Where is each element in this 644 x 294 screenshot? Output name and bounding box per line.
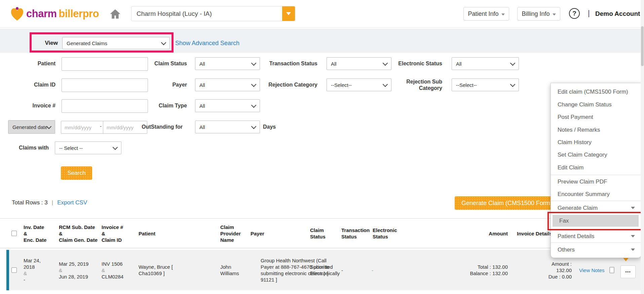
view-notes-link[interactable]: View Notes bbox=[579, 267, 605, 273]
patient-input-wrap bbox=[62, 57, 141, 70]
patient-filter-label: Patient bbox=[13, 57, 55, 70]
chevron-down-icon bbox=[251, 60, 257, 66]
chevron-down-icon bbox=[251, 124, 257, 129]
cell-rcm-claimgen-date: Mar 25, 2019 & Jun 28, 2019 bbox=[59, 261, 101, 280]
menu-item-post-payment[interactable]: Post Payment bbox=[551, 111, 641, 123]
claim-status-label: Claim Status bbox=[141, 57, 187, 70]
claims-with-select[interactable]: -- Select -- bbox=[55, 141, 121, 154]
cell-invoice-details: Amount : 132.00 Due : 0.00 bbox=[525, 261, 572, 280]
rejection-category-select[interactable]: --Select-- bbox=[327, 78, 391, 91]
invoice-number-label-text: Invoice # bbox=[33, 102, 55, 109]
chevron-down-icon bbox=[46, 124, 52, 129]
electronic-status-select[interactable]: All bbox=[452, 57, 519, 70]
claim-id-input-wrap bbox=[62, 78, 141, 91]
chevron-down-icon bbox=[510, 60, 516, 66]
home-icon[interactable] bbox=[109, 8, 121, 20]
electronic-status-value: All bbox=[456, 61, 511, 67]
menu-item-label: Post Payment bbox=[558, 114, 593, 121]
chevron-down-icon bbox=[251, 81, 257, 87]
rejection-sub-category-value: --Select-- bbox=[456, 82, 511, 88]
cell-electronic-status[interactable]: - bbox=[372, 267, 385, 273]
rejection-sub-category-select[interactable]: --Select-- bbox=[452, 78, 519, 91]
chevron-down-icon bbox=[383, 60, 388, 66]
cell-invoice-claimid: INV 1506 & CLM0284 bbox=[102, 261, 135, 280]
menu-item-preview-claim-pdf[interactable]: Preview Claim PDF bbox=[551, 175, 641, 188]
row-checkbox[interactable] bbox=[11, 267, 17, 273]
more-dots: ••• bbox=[625, 269, 631, 274]
date-type-value: Generated date bbox=[12, 124, 47, 130]
select-all-checkbox[interactable] bbox=[11, 231, 17, 236]
row-actions-menu: Edit claim (CMS1500 Form) Change Claim S… bbox=[551, 83, 641, 258]
menu-item-claim-history[interactable]: Claim History bbox=[551, 136, 641, 149]
show-advanced-search-link[interactable]: Show Advanced Search bbox=[175, 40, 239, 47]
results-divider: | bbox=[52, 199, 53, 206]
practice-dropdown-button[interactable] bbox=[282, 6, 295, 21]
col-claim-status: Claim Status bbox=[310, 227, 337, 240]
menu-item-encounter-summary[interactable]: Encounter Summary bbox=[551, 188, 641, 200]
rejection-category-value: --Select-- bbox=[331, 82, 383, 88]
help-glyph: ? bbox=[572, 10, 576, 17]
rejection-category-label: Rejection Category bbox=[265, 75, 317, 94]
invoice-number-input[interactable] bbox=[62, 99, 148, 113]
payer-label-text: Payer bbox=[172, 81, 187, 88]
amp-separator: & bbox=[59, 267, 101, 273]
claim-type-select[interactable]: All bbox=[195, 99, 260, 112]
row-actions-caret-icon[interactable] bbox=[623, 258, 629, 261]
outstanding-for-value: All bbox=[199, 124, 252, 130]
amp-separator: & bbox=[102, 267, 135, 273]
menu-divider bbox=[551, 201, 641, 201]
col-patient: Patient bbox=[139, 230, 179, 236]
claim-id-input[interactable] bbox=[62, 78, 148, 92]
patient-input[interactable] bbox=[62, 57, 148, 71]
date-from-input[interactable] bbox=[61, 121, 105, 134]
menu-item-patient-details[interactable]: Patient Details bbox=[551, 230, 641, 242]
practice-selector[interactable]: Charm Hospital (Lucy - IA) bbox=[131, 6, 295, 21]
total-rows-text: Total Rows : 3 bbox=[12, 199, 48, 206]
patient-info-button[interactable]: Patient Info bbox=[463, 7, 509, 21]
col-rcm-date: RCM Sub. Date & Claim Gen. Date bbox=[59, 224, 101, 243]
chevron-down-icon bbox=[113, 144, 118, 150]
cell-amount: Total : 132.00 Balance : 132.00 bbox=[457, 264, 508, 276]
claim-table-row[interactable]: Mar 24, 2018 & - Mar 25, 2019 & Jun 28, … bbox=[0, 250, 644, 290]
menu-item-notes-remarks[interactable]: Notes / Remarks bbox=[551, 124, 641, 136]
view-select-value: Generated Claims bbox=[67, 40, 162, 46]
menu-item-generate-claim[interactable]: Generate Claim bbox=[551, 202, 641, 214]
notes-page-icon[interactable] bbox=[609, 267, 614, 273]
menu-item-edit-claim-cms1500[interactable]: Edit claim (CMS1500 Form) bbox=[551, 86, 641, 98]
help-icon[interactable]: ? bbox=[569, 8, 580, 19]
chevron-down-icon bbox=[161, 40, 166, 45]
claim-status-select[interactable]: All bbox=[195, 57, 260, 70]
claim-gen-date: Jun 28, 2019 bbox=[59, 273, 101, 280]
menu-item-fax[interactable]: Fax bbox=[553, 215, 639, 227]
scrollbar-thumb[interactable] bbox=[641, 26, 644, 66]
brand-billerpro: billerpro bbox=[59, 8, 99, 20]
rcm-sub-date: Mar 25, 2019 bbox=[59, 261, 101, 267]
outstanding-for-select[interactable]: All bbox=[195, 121, 260, 133]
col-provider: Claim Provider Name bbox=[220, 224, 247, 243]
row-more-actions-button[interactable]: ••• bbox=[620, 265, 636, 278]
amp-separator: & bbox=[24, 270, 50, 276]
invoice-input-wrap bbox=[62, 99, 141, 112]
payer-select[interactable]: All bbox=[195, 78, 260, 91]
menu-item-label: Encounter Summary bbox=[558, 191, 610, 198]
menu-item-others[interactable]: Others bbox=[551, 243, 641, 256]
vertical-scrollbar[interactable] bbox=[641, 0, 644, 294]
billing-info-button[interactable]: Billing Info bbox=[517, 7, 560, 21]
export-csv-link[interactable]: Export CSV bbox=[57, 199, 87, 206]
menu-item-edit-claim[interactable]: Edit Claim bbox=[551, 161, 641, 174]
view-select[interactable]: Generated Claims bbox=[62, 37, 170, 49]
chevron-down-icon bbox=[510, 81, 516, 87]
brand-charm: charm bbox=[26, 8, 57, 20]
col-electronic-status: Electronic Status bbox=[373, 227, 404, 240]
account-name[interactable]: Demo Account bbox=[595, 10, 640, 18]
transaction-status-select[interactable]: All bbox=[327, 57, 391, 70]
menu-item-change-claim-status[interactable]: Change Claim Status bbox=[551, 98, 641, 111]
date-type-select[interactable]: Generated date bbox=[8, 120, 55, 134]
menu-item-set-claim-category[interactable]: Set Claim Category bbox=[551, 149, 641, 161]
rejection-sub-category-label-text: Rejection Sub Category bbox=[389, 78, 442, 91]
cell-inv-enc-date: Mar 24, 2018 & - bbox=[24, 257, 50, 283]
chevron-down-icon bbox=[383, 81, 388, 87]
search-button[interactable]: Search bbox=[61, 166, 92, 180]
claim-type-value: All bbox=[199, 103, 252, 109]
claim-type-label-text: Claim Type bbox=[159, 102, 187, 109]
